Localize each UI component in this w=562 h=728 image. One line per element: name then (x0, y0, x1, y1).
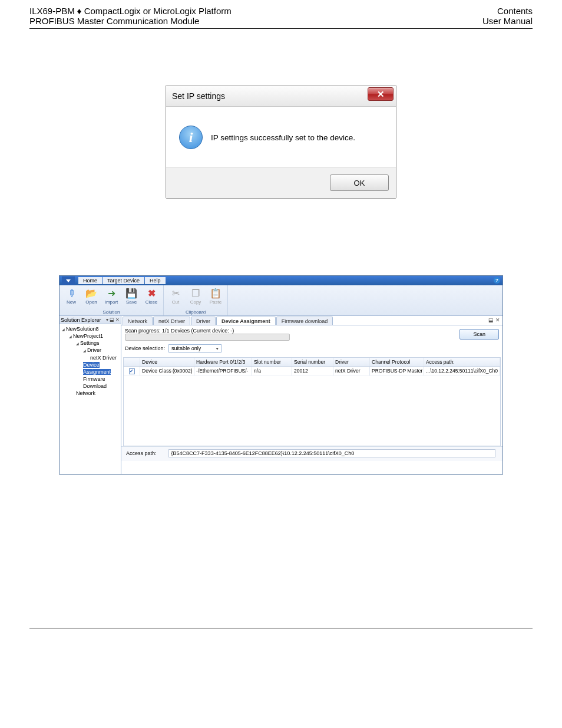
device-table: Device Hardware Port 0/1/2/3 Slot number… (123, 357, 501, 446)
main-panel: Network netX Driver Driver Device Assign… (121, 316, 503, 474)
header-rule (29, 28, 533, 29)
tree-firmware-download[interactable]: Firmware Download (61, 375, 121, 390)
ribbon-group-label-solution: Solution (63, 309, 160, 315)
ribbon-import[interactable]: ➜Import (103, 286, 120, 305)
tree-network[interactable]: Network (61, 390, 121, 397)
table-empty-area (124, 376, 500, 446)
col-hardware-port[interactable]: Hardware Port 0/1/2/3 (194, 358, 252, 366)
close-icon: ✕ (377, 89, 385, 100)
ribbon-open[interactable]: 📂Open (83, 286, 100, 305)
folder-icon: 📂 (85, 288, 97, 299)
footer-rule (29, 628, 533, 628)
tab-network[interactable]: Network (123, 317, 153, 325)
chevron-down-icon: ▼ (215, 347, 221, 351)
ribbon-paste: 📋Paste (207, 286, 224, 305)
access-path-label: Access path: (126, 450, 157, 456)
close-icon: ✖ (148, 288, 156, 299)
col-serial[interactable]: Serial number (292, 358, 333, 366)
col-check (124, 358, 140, 366)
menu-help[interactable]: Help (145, 277, 166, 284)
header-left: ILX69-PBM ♦ CompactLogix or MicroLogix P… (29, 6, 232, 26)
ribbon-save[interactable]: 💾Save (123, 286, 140, 305)
cell-slot: n/a (252, 367, 292, 375)
tree-newproject[interactable]: NewProject1 (61, 332, 121, 340)
app-menu-button[interactable] (62, 276, 75, 285)
device-selection-label: Device selection: (125, 345, 165, 351)
ribbon-new[interactable]: ✎New (63, 286, 80, 305)
header-left-line2: PROFIBUS Master Communication Module (29, 16, 232, 26)
menu-target-device[interactable]: Target Device (103, 277, 144, 284)
panel-controls[interactable]: ▾ ⬓ ✕ (106, 317, 120, 322)
header-right: Contents User Manual (482, 6, 533, 26)
dialog-titlebar[interactable]: Set IP settings ✕ (166, 85, 396, 107)
tab-panel-controls[interactable]: ⬓ ✕ (488, 317, 500, 323)
menu-home[interactable]: Home (78, 277, 102, 284)
ribbon-group-clipboard: ✂Cut ❐Copy 📋Paste Clipboard (164, 285, 228, 315)
tree-settings[interactable]: Settings (61, 340, 121, 347)
table-header: Device Hardware Port 0/1/2/3 Slot number… (124, 358, 500, 367)
device-assignment-window: Home Target Device Help ? ✎New 📂Open ➜Im… (59, 275, 503, 475)
cell-protocol: PROFIBUS-DP Master (370, 367, 424, 375)
row-checkbox[interactable]: ✔ (129, 368, 135, 374)
pen-icon: ✎ (65, 286, 78, 300)
tab-netx-driver[interactable]: netX Driver (153, 317, 190, 325)
ribbon-group-solution: ✎New 📂Open ➜Import 💾Save ✖Close Solution (59, 285, 164, 315)
tree-driver[interactable]: Driver (61, 347, 121, 354)
tab-device-assignment[interactable]: Device Assignment (216, 317, 276, 325)
col-slot[interactable]: Slot number (252, 358, 292, 366)
header-right-line1: Contents (482, 6, 533, 16)
access-path-row: Access path: {B54C8CC7-F333-4135-8405-6E… (121, 446, 503, 461)
scan-progress-bar (125, 334, 290, 341)
copy-icon: ❐ (191, 288, 200, 299)
solution-explorer-title: Solution Explorer ▾ ⬓ ✕ (59, 316, 121, 324)
dialog-message: IP settings successfully set to the devi… (211, 133, 355, 142)
access-path-value[interactable]: {B54C8CC7-F333-4135-8405-6E12FC88EE62}\1… (168, 449, 495, 457)
menubar: Home Target Device Help ? (59, 276, 503, 285)
import-icon: ➜ (108, 288, 115, 299)
ribbon-cut: ✂Cut (167, 286, 184, 305)
ok-button[interactable]: OK (330, 174, 389, 191)
header-right-line2: User Manual (482, 16, 533, 26)
tabs-row: Network netX Driver Driver Device Assign… (121, 316, 503, 325)
cut-icon: ✂ (172, 288, 180, 299)
scan-button[interactable]: Scan (459, 329, 499, 340)
cell-serial: 20012 (292, 367, 333, 375)
ribbon: ✎New 📂Open ➜Import 💾Save ✖Close Solution… (59, 285, 503, 316)
dialog-title: Set IP settings (172, 91, 225, 101)
tab-driver[interactable]: Driver (191, 317, 216, 325)
cell-access: ...\10.12.2.245:50111\cifX0_Ch0 (424, 367, 500, 375)
header-left-line1: ILX69-PBM ♦ CompactLogix or MicroLogix P… (29, 6, 232, 16)
col-device[interactable]: Device (140, 358, 194, 366)
tree-device-assignment[interactable]: Device Assignment (83, 362, 111, 375)
chevron-down-icon (66, 279, 71, 282)
page-header: ILX69-PBM ♦ CompactLogix or MicroLogix P… (0, 0, 562, 28)
info-icon: i (179, 126, 203, 149)
help-icon[interactable]: ? (494, 277, 500, 284)
cell-device: Device Class (0x0002) (140, 367, 194, 375)
tree-newsolution[interactable]: NewSolution8 (61, 325, 121, 332)
tab-firmware-download[interactable]: Firmware download (276, 317, 333, 325)
ribbon-group-label-clipboard: Clipboard (167, 309, 224, 315)
solution-explorer-panel: Solution Explorer ▾ ⬓ ✕ NewSolution8 New… (59, 316, 121, 474)
scan-progress-label: Scan progress: 1/1 Devices (Current devi… (125, 328, 456, 334)
dialog-set-ip: Set IP settings ✕ i IP settings successf… (166, 85, 396, 199)
cell-hw: -/Ethernet/PROFIBUS/- (194, 367, 252, 375)
ribbon-close[interactable]: ✖Close (143, 286, 160, 305)
cell-driver: netX Driver (333, 367, 370, 375)
col-access-path[interactable]: Access path: (424, 358, 500, 366)
col-protocol[interactable]: Channel Protocol (370, 358, 424, 366)
close-button[interactable]: ✕ (368, 87, 394, 101)
ribbon-copy: ❐Copy (187, 286, 204, 305)
col-driver[interactable]: Driver (333, 358, 370, 366)
tree-netx-driver[interactable]: netX Driver (61, 354, 121, 361)
table-row[interactable]: ✔ Device Class (0x0002) -/Ethernet/PROFI… (124, 367, 500, 376)
device-selection-dropdown[interactable]: suitable only ▼ (168, 344, 222, 353)
solution-tree[interactable]: NewSolution8 NewProject1 Settings Driver… (59, 324, 121, 397)
paste-icon: 📋 (210, 288, 222, 299)
save-icon: 💾 (125, 288, 137, 299)
